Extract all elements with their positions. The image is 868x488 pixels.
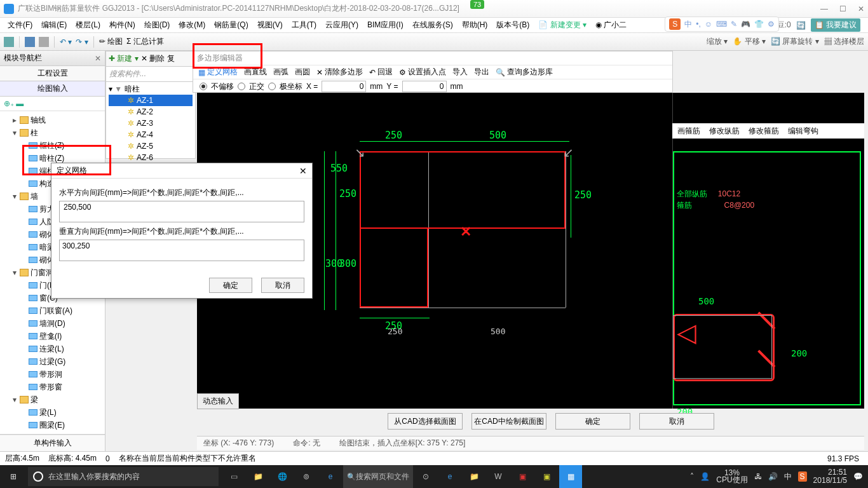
ime-i0[interactable]: 中 [684, 19, 692, 30]
rtab-3[interactable]: 修改箍筋 [749, 126, 779, 137]
nav-tab-1[interactable]: 工程设置 [0, 66, 105, 81]
poly-tab[interactable]: 多边形编辑器 [197, 53, 243, 64]
close-button[interactable]: ✕ [858, 4, 864, 13]
comp-item[interactable]: ✲ AZ-6 [109, 152, 193, 163]
app-9[interactable]: ▣ [511, 465, 534, 488]
cad-select-button[interactable]: 从CAD选择截面图 [388, 413, 463, 430]
offset-radio-1[interactable] [200, 83, 207, 90]
comp-root[interactable]: ▾ ▼ 暗柱 [109, 83, 193, 95]
rotate-button[interactable]: 🔄 屏幕旋转 ▾ [771, 36, 819, 47]
tb-icon-print[interactable] [39, 37, 49, 47]
ime-i7[interactable]: ⚙ [768, 20, 775, 29]
ime-i6[interactable]: 👕 [754, 20, 764, 29]
tray-notif-icon[interactable]: 💬 [853, 472, 863, 481]
tray-net-icon[interactable]: 🖧 [754, 472, 762, 481]
rtab-1[interactable]: 画箍筋 [677, 126, 700, 137]
menu-edit[interactable]: 编辑(E) [37, 18, 71, 32]
nav-close-icon[interactable]: ✕ [95, 54, 101, 63]
tree-item[interactable]: 壁龛(I) [3, 330, 102, 342]
menu-modify[interactable]: 修改(M) [175, 18, 209, 32]
cancel-button[interactable]: 取消 [639, 413, 714, 430]
y-input[interactable] [402, 81, 447, 92]
redo-button[interactable]: ↷ ▾ [76, 37, 88, 46]
tray-clock[interactable]: 21:512018/11/5 [813, 468, 847, 485]
section-preview[interactable]: 全部纵筋 10C12 箍筋 C8@200 500 200 200 ◁ [672, 93, 864, 409]
ok-button[interactable]: 确定 [555, 413, 630, 430]
comp-item[interactable]: ✲ AZ-3 [109, 118, 193, 129]
tree-item[interactable]: 圈梁(E) [3, 419, 102, 431]
ime-i2[interactable]: ☺ [705, 20, 712, 29]
tree-item[interactable]: 梁(L) [3, 406, 102, 419]
cpu-meter[interactable]: 13%CPU使用 [716, 470, 747, 484]
app-8[interactable]: W [487, 465, 510, 488]
dialog-ok-button[interactable]: 确定 [209, 278, 252, 293]
comp-search-input[interactable]: 搜索构件... [106, 67, 195, 82]
draw-mode-button[interactable]: ✏ 绘图 [99, 36, 123, 47]
tree-item[interactable]: 门联窗(A) [3, 304, 102, 317]
app-5[interactable]: ⊙ [414, 465, 437, 488]
draw-arc-button[interactable]: 画弧 [273, 67, 288, 78]
query-lib-button[interactable]: 🔍 查询多边形库 [496, 67, 553, 78]
task-view-icon[interactable]: ▭ [222, 465, 245, 488]
cad-draw-button[interactable]: 在CAD中绘制截面图 [471, 413, 546, 430]
dynamic-input-button[interactable]: 动态输入 [197, 393, 239, 409]
component-tree[interactable]: ▾ ▼ 暗柱✲ AZ-1✲ AZ-2✲ AZ-3✲ AZ-4✲ AZ-5✲ AZ… [106, 82, 195, 165]
undo-button[interactable]: ↶ ▾ [60, 37, 72, 46]
menu-help[interactable]: 帮助(H) [458, 18, 492, 32]
tray-people-icon[interactable]: 👤 [700, 472, 710, 481]
define-grid-button[interactable]: ▦ 定义网格 [198, 67, 238, 78]
offset-radio-3[interactable] [268, 83, 276, 90]
taskbar[interactable]: ⊞ 在这里输入你要搜索的内容 ▭ 📁 🌐 ⊚ e 🔍 搜索网页和文件 ⊙ e 📁… [0, 465, 868, 488]
menu-draw[interactable]: 绘图(D) [140, 18, 174, 32]
menu-rebar[interactable]: 钢筋量(Q) [210, 18, 252, 32]
clear-poly-button[interactable]: ✕ 清除多边形 [316, 67, 363, 78]
nav-tool-icon[interactable]: ⊕₊ [4, 99, 14, 108]
tree-item[interactable]: 连梁(L) [3, 342, 102, 355]
tray-ime-icon[interactable]: S [798, 471, 807, 482]
tray-vol-icon[interactable]: 🔊 [768, 472, 778, 481]
comp-item[interactable]: ✲ AZ-5 [109, 140, 193, 152]
ime-i5[interactable]: 🎮 [741, 20, 750, 29]
import-button[interactable]: 导入 [452, 67, 468, 78]
ime-i3[interactable]: ⌨ [716, 20, 727, 29]
comp-delete-button[interactable]: ✕ 删除 [141, 53, 165, 64]
tree-item[interactable]: 过梁(G) [3, 355, 102, 368]
comp-new-button[interactable]: ✚ 新建 ▾ [109, 53, 139, 64]
comp-item[interactable]: ✲ AZ-4 [109, 129, 193, 140]
select-floor-button[interactable]: ▦ 选择楼层 [824, 36, 864, 47]
comp-item[interactable]: ✲ AZ-2 [109, 106, 193, 118]
ime-bar[interactable]: S 中 •, ☺ ⌨ ✎ 🎮 👕 ⚙ [665, 17, 779, 32]
nav-tool-icon2[interactable]: ▬ [16, 99, 24, 108]
v-spacing-input[interactable]: 300,250 [59, 240, 304, 261]
menu-file[interactable]: 文件(F) [4, 18, 36, 32]
app-search[interactable]: 🔍 搜索网页和文件 [343, 465, 413, 488]
set-insert-button[interactable]: ⚙ 设置插入点 [399, 67, 446, 78]
app-3[interactable]: ⊚ [295, 465, 318, 488]
tree-item[interactable]: ▸ 轴线 [3, 114, 102, 126]
menu-view[interactable]: 视图(V) [254, 18, 287, 32]
pan-button[interactable]: ✋ 平移 ▾ [733, 36, 766, 47]
app-10[interactable]: ▣ [535, 465, 558, 488]
user-label[interactable]: ◉ 广小二 [592, 18, 630, 32]
draw-circle-button[interactable]: 画圆 [295, 67, 310, 78]
menu-comp[interactable]: 构件(N) [105, 18, 139, 32]
taskbar-search[interactable]: 在这里输入你要搜索的内容 [28, 467, 219, 486]
comp-copy-button[interactable]: 复 [167, 53, 175, 64]
tb-icon-1[interactable] [4, 37, 14, 47]
app-6[interactable]: e [438, 465, 461, 488]
tray-lang[interactable]: 中 [784, 471, 792, 482]
tree-item[interactable]: 墙洞(D) [3, 317, 102, 330]
tree-item[interactable]: ▾ 柱 [3, 126, 102, 139]
minimize-button[interactable]: — [820, 4, 828, 13]
menu-bim[interactable]: BIM应用(I) [363, 18, 407, 32]
tree-item[interactable]: 带形窗 [3, 381, 102, 393]
rtab-4[interactable]: 编辑弯钩 [788, 126, 818, 137]
tree-item[interactable]: ▾ 梁 [3, 393, 102, 406]
suggest-button[interactable]: 📋 我要建议 [811, 18, 860, 32]
new-change-button[interactable]: 📄 新建变更 ▾ [534, 18, 590, 32]
rtab-2[interactable]: 修改纵筋 [709, 126, 740, 137]
ime-i4[interactable]: ✎ [731, 20, 737, 29]
export-button[interactable]: 导出 [474, 67, 489, 78]
x-input[interactable] [322, 81, 366, 92]
menu-version[interactable]: 版本号(B) [492, 18, 533, 32]
